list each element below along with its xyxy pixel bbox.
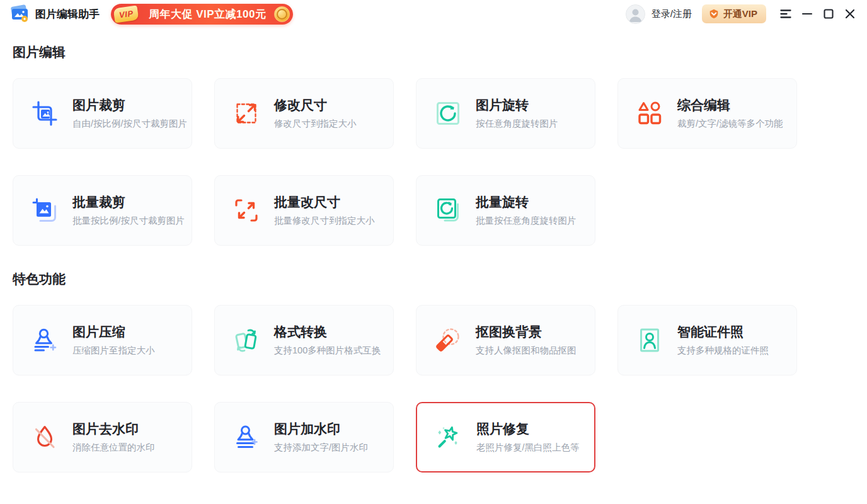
card-compress[interactable]: 图片压缩 压缩图片至指定大小 (13, 305, 192, 375)
card-subtitle: 批量修改尺寸到指定大小 (274, 215, 375, 226)
card-id-photo[interactable]: 智能证件照 支持多种规格的证件照 (617, 305, 797, 375)
id-photo-icon (636, 326, 663, 354)
card-cutout-background[interactable]: 抠图换背景 支持人像抠图和物品抠图 (416, 305, 595, 375)
card-subtitle: 压缩图片至指定大小 (72, 345, 155, 356)
card-title: 综合编辑 (677, 98, 783, 113)
card-title: 批量改尺寸 (274, 195, 375, 210)
minimize-icon[interactable] (801, 8, 813, 20)
batch-crop-icon (31, 197, 59, 224)
featured-grid: 图片压缩 压缩图片至指定大小 格式转换 支持100多种图片格式互换 (13, 305, 854, 472)
app-logo-icon (8, 4, 30, 24)
card-title: 修改尺寸 (274, 98, 357, 113)
main-content: 图片编辑 图片裁剪 自由/按比例/按尺寸裁剪图片 (0, 44, 867, 472)
card-title: 格式转换 (274, 324, 381, 340)
vip-promo-banner[interactable]: VIP 周年大促 VIP立减100元 (111, 4, 293, 25)
photo-repair-icon (435, 423, 462, 451)
compress-icon (31, 326, 59, 354)
card-subtitle: 老照片修复/黑白照上色等 (476, 442, 580, 453)
remove-watermark-icon (31, 423, 59, 451)
card-subtitle: 裁剪/文字/滤镜等多个功能 (677, 118, 783, 129)
card-subtitle: 支持100多种图片格式互换 (274, 345, 381, 356)
window-controls (780, 8, 856, 20)
card-subtitle: 支持人像抠图和物品抠图 (476, 345, 577, 356)
vip-badge-icon: VIP (113, 5, 139, 23)
card-resize[interactable]: 修改尺寸 修改尺寸到指定大小 (214, 78, 394, 149)
app-title: 图片编辑助手 (35, 7, 100, 21)
card-subtitle: 按任意角度旋转图片 (476, 118, 558, 129)
card-title: 批量裁剪 (72, 195, 185, 210)
card-composite-edit[interactable]: 综合编辑 裁剪/文字/滤镜等多个功能 (617, 78, 797, 149)
card-add-watermark[interactable]: 图片加水印 支持添加文字/图片水印 (214, 402, 394, 472)
section-title-image-edit: 图片编辑 (13, 44, 854, 60)
card-rotate[interactable]: 图片旋转 按任意角度旋转图片 (416, 78, 595, 149)
open-vip-button[interactable]: 开通VIP (702, 4, 766, 23)
card-title: 照片修复 (476, 421, 580, 437)
batch-rotate-icon (434, 197, 462, 224)
card-title: 图片裁剪 (72, 98, 187, 113)
card-photo-repair[interactable]: 照片修复 老照片修复/黑白照上色等 (416, 402, 595, 472)
card-subtitle: 支持添加文字/图片水印 (274, 442, 368, 453)
close-icon[interactable] (844, 8, 856, 20)
resize-icon (233, 100, 260, 127)
card-format-convert[interactable]: 格式转换 支持100多种图片格式互换 (214, 305, 394, 375)
shapes-icon (636, 100, 663, 127)
card-subtitle: 修改尺寸到指定大小 (274, 118, 357, 129)
card-title: 智能证件照 (677, 324, 769, 340)
crop-icon (31, 100, 59, 127)
cutout-icon (434, 326, 462, 354)
gold-coin-icon (274, 6, 290, 22)
card-title: 抠图换背景 (476, 324, 577, 340)
title-bar: 图片编辑助手 VIP 周年大促 VIP立减100元 登录/注册 开通VIP (0, 0, 867, 28)
add-watermark-icon (233, 423, 260, 451)
vip-shield-icon (708, 8, 720, 20)
card-remove-watermark[interactable]: 图片去水印 消除任意位置的水印 (13, 402, 192, 472)
avatar[interactable] (626, 4, 645, 24)
section-title-featured: 特色功能 (13, 271, 854, 287)
card-subtitle: 批量按任意角度旋转图片 (476, 215, 577, 226)
card-subtitle: 支持多种规格的证件照 (677, 345, 769, 356)
card-title: 批量旋转 (476, 195, 577, 210)
card-subtitle: 自由/按比例/按尺寸裁剪图片 (72, 118, 187, 129)
rotate-icon (434, 100, 462, 127)
card-batch-resize[interactable]: 批量改尺寸 批量修改尺寸到指定大小 (214, 175, 394, 246)
batch-resize-icon (233, 197, 260, 224)
promo-text: 周年大促 VIP立减100元 (149, 7, 267, 21)
maximize-icon[interactable] (823, 8, 834, 20)
open-vip-label: 开通VIP (723, 8, 757, 20)
card-title: 图片加水印 (274, 421, 368, 437)
card-subtitle: 消除任意位置的水印 (72, 442, 155, 453)
card-image-crop[interactable]: 图片裁剪 自由/按比例/按尺寸裁剪图片 (13, 78, 192, 149)
image-edit-grid: 图片裁剪 自由/按比例/按尺寸裁剪图片 修改尺寸 修改尺寸到指定大小 (13, 78, 854, 246)
card-title: 图片压缩 (72, 324, 155, 340)
card-batch-crop[interactable]: 批量裁剪 批量按比例/按尺寸裁剪图片 (13, 175, 192, 246)
card-title: 图片旋转 (476, 98, 558, 113)
card-title: 图片去水印 (72, 421, 155, 437)
menu-icon[interactable] (780, 8, 791, 20)
login-register-link[interactable]: 登录/注册 (652, 8, 692, 20)
card-batch-rotate[interactable]: 批量旋转 批量按任意角度旋转图片 (416, 175, 595, 246)
card-subtitle: 批量按比例/按尺寸裁剪图片 (72, 215, 185, 226)
format-convert-icon (233, 326, 260, 354)
